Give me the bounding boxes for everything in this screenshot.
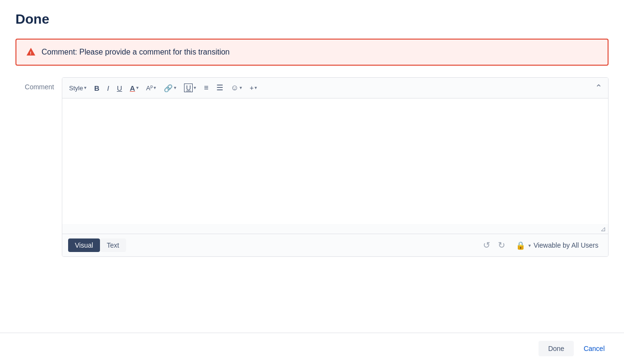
underline-style-label: U (184, 84, 193, 92)
numbered-list-button[interactable]: ☰ (213, 82, 226, 94)
undo-icon: ↺ (483, 240, 490, 250)
font-color-label: A (130, 84, 135, 92)
visibility-button[interactable]: 🔒 ▾ Viewable by All Users (512, 239, 602, 252)
page-footer: Done Cancel (0, 333, 624, 364)
page-title: Done (15, 12, 609, 27)
visibility-icon: 🔒 (516, 241, 525, 250)
link-chevron-icon: ▾ (174, 85, 176, 90)
underline-style-button[interactable]: U ▾ (181, 82, 199, 94)
editor-footer: Visual Text ↺ ↻ 🔒 ▾ Viewable by All User… (62, 234, 608, 256)
cancel-button[interactable]: Cancel (580, 341, 609, 356)
font-size-button[interactable]: Ap ▾ (143, 83, 159, 93)
link-icon: 🔗 (164, 84, 173, 92)
resize-icon: ⊿ (600, 225, 606, 233)
error-message: Comment: Please provide a comment for th… (42, 48, 230, 56)
undo-redo-group: ↺ ↻ (480, 238, 508, 252)
more-chevron-icon: ▾ (255, 85, 257, 90)
visual-tab[interactable]: Visual (68, 238, 100, 252)
font-size-chevron-icon: ▾ (154, 85, 156, 90)
style-chevron-icon: ▾ (84, 85, 86, 90)
error-icon: ! (26, 47, 36, 57)
emoji-icon: ☺ (231, 84, 239, 92)
link-button[interactable]: 🔗 ▾ (161, 83, 179, 94)
collapse-icon: ⌃ (595, 83, 602, 93)
font-color-chevron-icon: ▾ (136, 85, 139, 90)
more-button[interactable]: + ▾ (247, 83, 260, 93)
editor-toolbar: Style ▾ B I U A ▾ Ap ▾ (62, 78, 608, 98)
error-banner: ! Comment: Please provide a comment for … (15, 39, 609, 66)
redo-button[interactable]: ↻ (495, 238, 508, 252)
text-tab[interactable]: Text (100, 238, 126, 252)
visibility-chevron-icon: ▾ (528, 243, 531, 248)
emoji-chevron-icon: ▾ (240, 85, 242, 90)
svg-text:!: ! (30, 51, 31, 56)
visibility-label: Viewable by All Users (534, 241, 598, 249)
numbered-list-icon: ☰ (216, 84, 223, 92)
font-size-label: Ap (146, 84, 153, 91)
collapse-toolbar-button[interactable]: ⌃ (593, 81, 604, 95)
comment-label: Comment (15, 77, 54, 91)
undo-button[interactable]: ↺ (480, 238, 493, 252)
font-color-button[interactable]: A ▾ (127, 83, 142, 94)
bold-button[interactable]: B (91, 83, 102, 94)
redo-icon: ↻ (498, 240, 505, 250)
bullet-list-button[interactable]: ≡ (201, 82, 211, 94)
style-dropdown-button[interactable]: Style ▾ (66, 83, 89, 93)
italic-button[interactable]: I (104, 83, 112, 94)
emoji-button[interactable]: ☺ ▾ (228, 82, 245, 94)
underline-style-chevron-icon: ▾ (194, 85, 196, 90)
underline-button[interactable]: U (114, 83, 125, 94)
more-label: + (250, 84, 254, 91)
editor-body[interactable] (62, 98, 608, 224)
done-button[interactable]: Done (539, 341, 574, 356)
comment-section: Comment Style ▾ B I U A ▾ (15, 77, 609, 257)
view-toggle: Visual Text (68, 238, 126, 252)
editor-wrapper: Style ▾ B I U A ▾ Ap ▾ (62, 77, 609, 257)
editor-resize-handle[interactable]: ⊿ (62, 224, 608, 234)
bullet-list-icon: ≡ (204, 84, 208, 92)
